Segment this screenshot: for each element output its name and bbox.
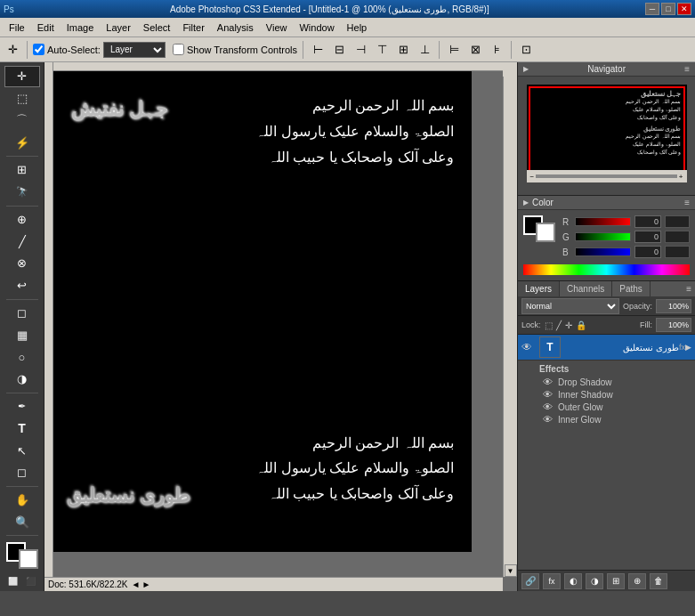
menu-image[interactable]: Image xyxy=(61,20,100,35)
type-tool-btn[interactable]: T xyxy=(4,417,40,439)
marquee-tool-btn[interactable]: ⬚ xyxy=(4,88,40,109)
add-style-btn[interactable]: fx xyxy=(543,573,561,589)
lock-all-icon[interactable]: 🔒 xyxy=(576,320,586,330)
new-layer-btn[interactable]: ⊕ xyxy=(628,573,646,589)
spectrum-bar[interactable] xyxy=(523,264,690,275)
tab-paths[interactable]: Paths xyxy=(612,281,651,296)
menu-filter[interactable]: Filter xyxy=(177,20,209,35)
scroll-corner-top xyxy=(503,62,517,77)
tab-channels[interactable]: Channels xyxy=(560,281,612,296)
align-top-icon[interactable]: ⊤ xyxy=(373,41,391,59)
blur-btn[interactable]: ○ xyxy=(4,346,40,368)
r-slider-track[interactable] xyxy=(575,217,631,226)
lock-position-icon[interactable]: ✛ xyxy=(565,320,572,330)
transform-checkbox[interactable] xyxy=(173,44,184,55)
menu-analysis[interactable]: Analysis xyxy=(212,20,259,35)
effects-label[interactable]: Effects xyxy=(521,362,691,376)
auto-select-dropdown[interactable]: Layer Group xyxy=(103,42,166,58)
eraser-btn[interactable]: ◻ xyxy=(4,303,40,324)
opacity-value[interactable]: 100% xyxy=(656,299,691,313)
distribute-left-icon[interactable]: ⊨ xyxy=(445,41,463,59)
brush-tool-btn[interactable]: ╱ xyxy=(4,231,40,252)
color-swatches[interactable] xyxy=(6,542,38,569)
lock-transparent-icon[interactable]: ⬚ xyxy=(545,320,553,330)
calligraphy-bottom-left: طوری نستعلیق xyxy=(67,484,190,507)
add-mask-btn[interactable]: ◐ xyxy=(564,573,582,589)
effect-drop-shadow[interactable]: 👁 Drop Shadow xyxy=(521,376,691,388)
lasso-tool-btn[interactable]: ⌒ xyxy=(4,110,40,132)
background-color[interactable] xyxy=(19,549,38,569)
next-btn[interactable]: ► xyxy=(141,580,150,589)
b-slider-track[interactable] xyxy=(575,247,631,256)
layers-menu-icon[interactable]: ≡ xyxy=(683,281,695,296)
menu-view[interactable]: View xyxy=(261,20,293,35)
align-left-icon[interactable]: ⊢ xyxy=(309,41,327,59)
g-slider-track[interactable] xyxy=(575,232,631,241)
menu-layer[interactable]: Layer xyxy=(101,20,136,35)
eyedropper-btn[interactable]: 🔭 xyxy=(4,182,40,203)
r-value[interactable]: 0 xyxy=(634,215,661,228)
b-value[interactable]: 0 xyxy=(634,246,661,258)
close-button[interactable]: ✕ xyxy=(677,3,691,15)
shape-tool-btn[interactable]: ◻ xyxy=(4,462,40,483)
effect-outer-glow[interactable]: 👁 Outer Glow xyxy=(521,401,691,413)
vertical-scrollbar[interactable]: ▲ ▼ xyxy=(503,62,517,577)
fill-value[interactable]: 100% xyxy=(656,318,691,332)
zoom-out-icon[interactable]: − xyxy=(530,173,535,181)
wand-tool-btn[interactable]: ⚡ xyxy=(4,132,40,153)
align-bottom-icon[interactable]: ⊥ xyxy=(416,41,433,59)
inner-glow-eye-icon[interactable]: 👁 xyxy=(543,414,553,425)
clone-tool-btn[interactable]: ⊗ xyxy=(4,253,40,274)
blend-mode-select[interactable]: Normal Multiply Screen xyxy=(521,298,619,314)
new-group-btn[interactable]: ⊞ xyxy=(607,573,625,589)
distribute-right-icon[interactable]: ⊧ xyxy=(488,41,505,59)
maximize-button[interactable]: □ xyxy=(661,3,675,15)
window-controls[interactable]: ─ □ ✕ xyxy=(645,3,691,15)
menu-file[interactable]: File xyxy=(4,20,30,35)
scroll-down-btn[interactable]: ▼ xyxy=(505,564,517,577)
auto-select-checkbox[interactable] xyxy=(33,44,44,55)
menu-select[interactable]: Select xyxy=(138,20,176,35)
navigator-menu-icon[interactable]: ≡ xyxy=(684,64,690,74)
bg-color-swatch[interactable] xyxy=(536,223,555,242)
zoom-slider[interactable] xyxy=(536,174,677,178)
quick-mask-btn[interactable]: ⬜ xyxy=(6,575,20,588)
prev-btn[interactable]: ◄ xyxy=(132,580,141,589)
color-menu-icon[interactable]: ≡ xyxy=(684,198,690,207)
menu-edit[interactable]: Edit xyxy=(32,20,60,35)
crop-tool-btn[interactable]: ⊞ xyxy=(4,159,40,181)
new-fill-btn[interactable]: ◑ xyxy=(586,573,603,589)
inner-shadow-eye-icon[interactable]: 👁 xyxy=(543,389,553,400)
g-value[interactable]: 0 xyxy=(634,231,661,243)
distribute-center-icon[interactable]: ⊠ xyxy=(466,41,484,59)
move-tool-btn[interactable]: ✛ xyxy=(4,66,40,87)
dodge-btn[interactable]: ◑ xyxy=(4,369,40,390)
gradient-btn[interactable]: ▦ xyxy=(4,324,40,345)
move-tool-icon[interactable]: ✛ xyxy=(4,41,21,59)
outer-glow-eye-icon[interactable]: 👁 xyxy=(543,401,553,412)
zoom-tool-btn[interactable]: 🔍 xyxy=(4,511,40,532)
minimize-button[interactable]: ─ xyxy=(645,3,659,15)
lock-image-icon[interactable]: ╱ xyxy=(556,320,562,330)
path-select-btn[interactable]: ↖ xyxy=(4,440,40,461)
menu-help[interactable]: Help xyxy=(342,20,373,35)
menu-window[interactable]: Window xyxy=(294,20,339,35)
hand-tool-btn[interactable]: ✋ xyxy=(4,490,40,511)
effect-inner-glow[interactable]: 👁 Inner Glow xyxy=(521,413,691,426)
pen-tool-btn[interactable]: ✒ xyxy=(4,396,40,417)
history-brush-btn[interactable]: ↩ xyxy=(4,275,40,296)
delete-layer-btn[interactable]: 🗑 xyxy=(650,573,667,589)
drop-shadow-eye-icon[interactable]: 👁 xyxy=(543,377,553,387)
tab-layers[interactable]: Layers xyxy=(518,281,560,296)
align-center-v-icon[interactable]: ⊞ xyxy=(394,41,412,59)
screen-mode-btn[interactable]: ⬛ xyxy=(24,575,38,588)
layer-item-text[interactable]: 👁 T طوری نستعلیق fx ▶ xyxy=(518,335,695,361)
layer-eye-icon[interactable]: 👁 xyxy=(521,341,536,353)
effect-inner-shadow[interactable]: 👁 Inner Shadow xyxy=(521,388,691,401)
zoom-in-icon[interactable]: + xyxy=(679,173,683,181)
link-layers-btn[interactable]: 🔗 xyxy=(521,573,539,589)
align-right-icon[interactable]: ⊣ xyxy=(352,41,369,59)
align-center-h-icon[interactable]: ⊟ xyxy=(330,41,348,59)
heal-tool-btn[interactable]: ⊕ xyxy=(4,209,40,231)
canvas-size-icon[interactable]: ⊡ xyxy=(517,41,535,59)
